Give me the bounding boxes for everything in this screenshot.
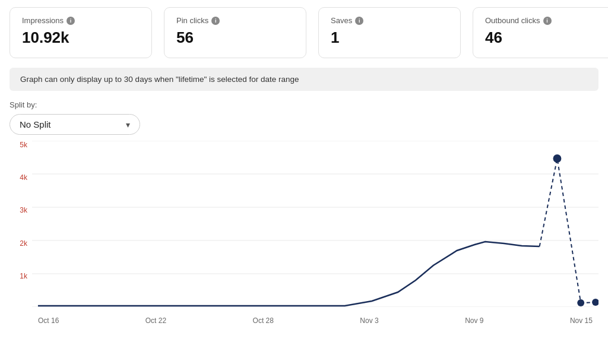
info-icon-saves[interactable]: i <box>355 17 363 25</box>
metric-card-impressions: Impressions i 10.92k <box>10 7 152 58</box>
metric-value-pin-clicks: 56 <box>176 29 294 47</box>
y-label-3k: 3k <box>10 206 27 214</box>
metric-label-impressions: Impressions i <box>22 16 140 25</box>
chart-end-dot-1 <box>577 299 584 306</box>
metrics-row: Impressions i 10.92k Pin clicks i 56 Sav… <box>0 0 608 58</box>
metric-card-pin-clicks: Pin clicks i 56 <box>164 7 306 58</box>
info-icon-pin-clicks[interactable]: i <box>211 17 220 25</box>
x-label-oct28: Oct 28 <box>253 316 274 325</box>
chevron-down-icon: ▾ <box>126 120 130 129</box>
metric-card-saves: Saves i 1 <box>318 7 461 58</box>
chart-end-dot-2 <box>592 299 598 306</box>
x-label-nov15: Nov 15 <box>570 316 593 325</box>
chart-dashed-line <box>540 159 598 303</box>
chart-area: 5k 4k 3k 2k 1k Oct 16 <box>10 141 598 325</box>
x-label-oct16: Oct 16 <box>38 316 59 325</box>
metric-value-outbound-clicks: 46 <box>485 29 603 47</box>
split-dropdown[interactable]: No Split ▾ <box>10 114 140 135</box>
chart-peak-dot <box>553 154 561 163</box>
alert-banner: Graph can only display up to 30 days whe… <box>10 68 598 91</box>
y-label-1k: 1k <box>10 272 27 280</box>
x-label-nov3: Nov 3 <box>360 316 378 325</box>
info-icon-outbound-clicks[interactable]: i <box>543 17 552 25</box>
y-label-4k: 4k <box>10 173 27 182</box>
metric-value-impressions: 10.92k <box>22 29 140 47</box>
metric-label-outbound-clicks: Outbound clicks i <box>485 16 603 25</box>
metric-card-outbound-clicks: Outbound clicks i 46 <box>473 7 608 58</box>
chart-y-labels: 5k 4k 3k 2k 1k <box>10 141 27 307</box>
split-selected-value: No Split <box>20 119 51 129</box>
y-label-5k: 5k <box>10 141 27 149</box>
y-label-2k: 2k <box>10 239 27 248</box>
split-by-label: Split by: <box>10 100 598 109</box>
x-label-oct22: Oct 22 <box>145 316 166 325</box>
metric-label-pin-clicks: Pin clicks i <box>176 16 294 25</box>
metric-value-saves: 1 <box>331 29 448 47</box>
x-labels: Oct 16 Oct 22 Oct 28 Nov 3 Nov 9 Nov 15 <box>32 316 598 325</box>
info-icon-impressions[interactable]: i <box>66 17 75 25</box>
chart-svg <box>32 141 598 307</box>
x-label-nov9: Nov 9 <box>465 316 483 325</box>
split-section: Split by: No Split ▾ <box>0 91 608 135</box>
chart-inner <box>32 141 598 307</box>
metric-label-saves: Saves i <box>331 16 448 25</box>
